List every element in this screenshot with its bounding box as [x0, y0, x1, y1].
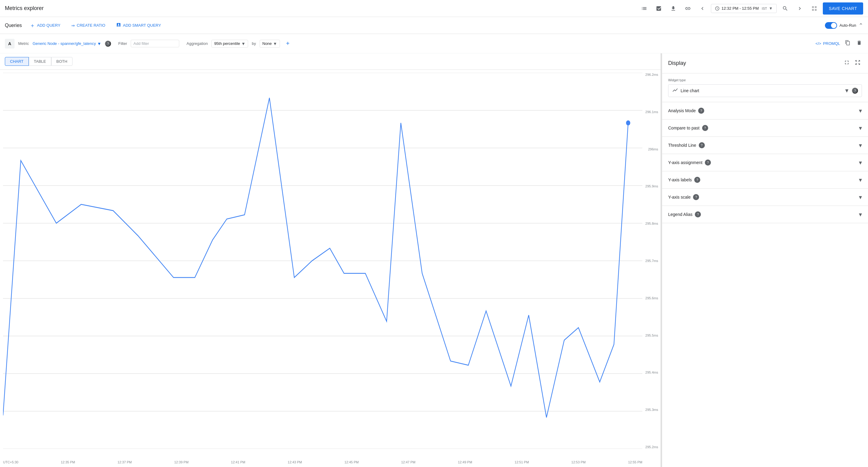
- legend-alias-label: Legend Alias: [668, 212, 692, 217]
- widget-type-dropdown-arrow: ▼: [844, 88, 849, 94]
- y-axis-assignment-help[interactable]: ?: [705, 159, 711, 165]
- threshold-line-section: Threshold Line ? ▾: [662, 137, 868, 154]
- legend-alias-chevron: ▾: [859, 211, 862, 218]
- display-header: Display: [662, 53, 868, 73]
- y-axis-assignment-header[interactable]: Y-axis assignment ? ▾: [662, 154, 868, 171]
- promql-button[interactable]: </> PROMQL: [815, 41, 840, 46]
- compare-to-past-label: Compare to past: [668, 126, 700, 130]
- filter-input-container[interactable]: Add filter: [131, 40, 179, 47]
- share-btn[interactable]: [682, 2, 694, 14]
- aggregation-selector[interactable]: 95th percentile ▼: [211, 40, 248, 48]
- tab-chart[interactable]: CHART: [5, 57, 29, 66]
- end-data-dot: [626, 120, 630, 126]
- analysis-mode-section: Analysis Mode ? ▾: [662, 102, 868, 120]
- y-axis-labels-section: Y-axis labels ? ▾: [662, 171, 868, 189]
- copy-query-btn[interactable]: [844, 39, 851, 48]
- threshold-line-label: Threshold Line: [668, 143, 696, 148]
- compare-to-past-chevron: ▾: [859, 124, 862, 132]
- compare-to-past-help[interactable]: ?: [702, 125, 708, 131]
- top-bar: Metrics explorer 12:32 PM - 12:55 PM IST…: [0, 0, 868, 17]
- x-label-2: 12:37 PM: [117, 460, 132, 464]
- x-label-0: UTC+5:30: [3, 460, 18, 464]
- y-axis-labels-help[interactable]: ?: [694, 177, 700, 183]
- add-smart-query-label: ADD SMART QUERY: [123, 23, 161, 28]
- y-axis-labels-header[interactable]: Y-axis labels ? ▾: [662, 171, 868, 188]
- add-smart-query-button[interactable]: ADD SMART QUERY: [113, 21, 164, 30]
- add-dashboard-btn[interactable]: [653, 2, 665, 14]
- threshold-line-header[interactable]: Threshold Line ? ▾: [662, 137, 868, 154]
- next-time-btn[interactable]: [794, 2, 806, 14]
- search-btn[interactable]: [779, 2, 791, 14]
- y-axis-scale-header[interactable]: Y-axis scale ? ▾: [662, 189, 868, 206]
- collapse-panel-btn[interactable]: [854, 58, 862, 68]
- add-query-label: ADD QUERY: [37, 23, 60, 28]
- expand-panel-btn[interactable]: [842, 58, 851, 68]
- analysis-mode-header[interactable]: Analysis Mode ? ▾: [662, 102, 868, 119]
- widget-type-select[interactable]: Line chart ▼ ?: [668, 84, 862, 97]
- y-label-10: 295.2ms: [645, 445, 658, 449]
- by-selector[interactable]: None ▼: [259, 40, 280, 48]
- y-label-7: 295.5ms: [645, 334, 658, 337]
- y-label-1: 296.1ms: [645, 110, 658, 114]
- analysis-mode-title: Analysis Mode ?: [668, 108, 704, 114]
- y-axis-assignment-label: Y-axis assignment: [668, 160, 703, 165]
- y-axis-scale-help[interactable]: ?: [693, 194, 699, 200]
- y-label-3: 295.9ms: [645, 184, 658, 188]
- chart-svg: [3, 73, 642, 449]
- auto-run-toggle: Auto-Run ⌃: [825, 22, 863, 29]
- display-header-actions: [842, 58, 862, 68]
- save-chart-button[interactable]: SAVE CHART: [823, 2, 863, 14]
- analysis-mode-label: Analysis Mode: [668, 108, 696, 113]
- ratio-icon: ⇒: [71, 23, 75, 28]
- auto-run-switch[interactable]: [825, 22, 837, 29]
- metrics-icon-btn[interactable]: [638, 2, 650, 14]
- download-btn[interactable]: [667, 2, 679, 14]
- y-axis-assignment-section: Y-axis assignment ? ▾: [662, 154, 868, 171]
- auto-run-label: Auto-Run: [839, 23, 856, 28]
- timezone-label: IST: [762, 7, 767, 10]
- y-label-0: 296.2ms: [645, 73, 658, 76]
- widget-type-inner: Line chart: [672, 87, 699, 94]
- threshold-line-chevron: ▾: [859, 142, 862, 149]
- add-query-button[interactable]: ＋ ADD QUERY: [27, 20, 63, 31]
- queries-label: Queries: [5, 23, 22, 28]
- metric-dropdown-arrow: ▼: [97, 41, 101, 46]
- legend-alias-help[interactable]: ?: [695, 211, 701, 217]
- widget-type-help-btn[interactable]: ?: [852, 88, 858, 94]
- widget-type-section: Widget type Line chart ▼ ?: [662, 73, 868, 102]
- tab-table[interactable]: TABLE: [29, 57, 51, 66]
- metric-help-icon[interactable]: ?: [105, 41, 111, 47]
- x-axis-labels: UTC+5:30 12:35 PM 12:37 PM 12:39 PM 12:4…: [3, 460, 642, 464]
- y-axis-labels-label: Y-axis labels: [668, 177, 692, 182]
- y-label-4: 295.8ms: [645, 222, 658, 225]
- queries-bar: Queries ＋ ADD QUERY ⇒ CREATE RATIO ADD S…: [0, 17, 868, 34]
- legend-alias-title: Legend Alias ?: [668, 211, 701, 217]
- delete-query-btn[interactable]: [855, 39, 863, 48]
- analysis-mode-help[interactable]: ?: [698, 108, 704, 114]
- smart-query-icon: [116, 23, 121, 28]
- widget-type-value: Line chart: [681, 88, 699, 93]
- compare-to-past-header[interactable]: Compare to past ? ▾: [662, 120, 868, 136]
- create-ratio-label: CREATE RATIO: [77, 23, 105, 28]
- query-letter: A: [5, 39, 14, 49]
- threshold-line-help[interactable]: ?: [699, 142, 705, 148]
- right-panel: Display Widget type Line chart: [662, 53, 868, 467]
- display-title: Display: [668, 60, 686, 66]
- chart-container: 296.2ms 296.1ms 296ms 295.9ms 295.8ms 29…: [0, 70, 660, 467]
- chart-tabs: CHART TABLE BOTH: [0, 53, 660, 70]
- chart-line: [3, 98, 628, 417]
- y-label-6: 295.6ms: [645, 296, 658, 300]
- collapse-queries-btn[interactable]: ⌃: [859, 22, 863, 29]
- y-axis-scale-section: Y-axis scale ? ▾: [662, 189, 868, 206]
- time-range-btn[interactable]: 12:32 PM - 12:55 PM IST ▼: [711, 4, 777, 13]
- add-aggregation-btn[interactable]: +: [284, 39, 292, 48]
- chart-svg-wrapper: [3, 73, 642, 449]
- metric-selector[interactable]: Generic Node - spanner/gfe_latency ▼: [32, 41, 101, 46]
- prev-time-btn[interactable]: [696, 2, 709, 14]
- legend-alias-header[interactable]: Legend Alias ? ▾: [662, 206, 868, 223]
- x-label-10: 12:53 PM: [571, 460, 586, 464]
- tab-both[interactable]: BOTH: [51, 57, 72, 66]
- create-ratio-button[interactable]: ⇒ CREATE RATIO: [68, 21, 108, 30]
- y-label-2: 296ms: [648, 147, 658, 151]
- grid-btn[interactable]: [808, 2, 820, 14]
